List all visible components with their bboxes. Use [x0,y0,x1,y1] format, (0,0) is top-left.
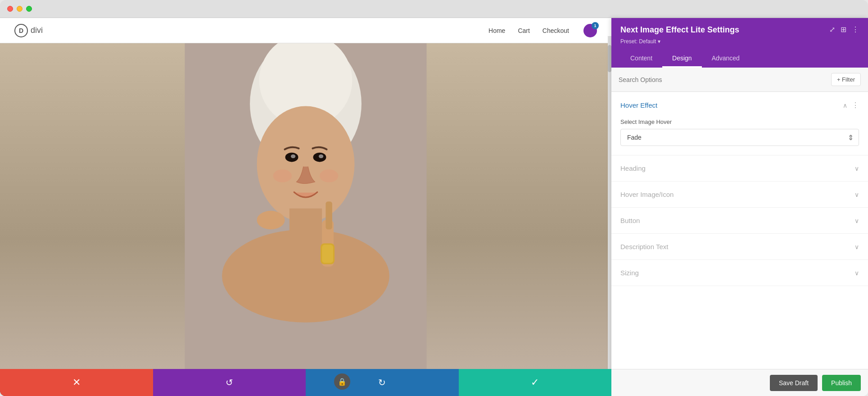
section-hover-image-icon-icons: ∨ [854,191,859,198]
section-heading-title: Heading [620,164,646,172]
main-area: D divi Home Cart Checkout 1 [0,18,868,396]
tab-advanced[interactable]: Advanced [702,50,750,68]
section-button-title: Button [620,217,640,224]
hero-image-area [0,43,611,369]
brand-circle: D [14,24,28,37]
section-heading-icons: ∨ [854,165,859,172]
section-hover-effect-title: Hover Effect [620,101,657,109]
chevron-down-icon-heading: ∨ [854,165,859,172]
nav-links: Home Cart Checkout [488,27,569,34]
filter-btn[interactable]: + Filter [831,73,861,86]
svg-point-13 [257,211,285,229]
section-hover-image-icon: Hover Image/Icon ∨ [611,182,868,208]
action-bar: ✕ ↺ ↻ ✓ [0,369,611,396]
chevron-down-icon-description: ∨ [854,243,859,250]
panel-header-top: Next Image Effect Lite Settings ⤢ ⊞ ⋮ [620,25,859,35]
scrollbar-thumb[interactable] [608,45,611,72]
chevron-down-icon-sizing: ∨ [854,269,859,277]
traffic-light-yellow[interactable] [17,6,23,12]
chevron-up-icon: ∧ [843,102,847,109]
section-hover-effect: Hover Effect ∧ ⋮ Select Image Hover Fade… [611,92,868,155]
svg-point-16 [273,169,292,182]
window-chrome: D divi Home Cart Checkout 1 [0,0,868,396]
svg-point-10 [319,155,323,158]
preset-arrow[interactable]: ▾ [658,38,660,45]
action-cancel-btn[interactable]: ✕ [0,369,153,396]
nav-badge: 1 [592,22,599,29]
svg-point-9 [291,155,295,158]
nav-user-avatar[interactable]: 1 [583,24,597,37]
section-button-header[interactable]: Button ∨ [611,208,868,233]
tab-content[interactable]: Content [620,50,662,68]
svg-rect-15 [322,245,333,263]
svg-rect-12 [326,201,332,229]
section-hover-effect-icons: ∧ ⋮ [843,101,859,109]
settings-panel: Next Image Effect Lite Settings ⤢ ⊞ ⋮ Pr… [611,18,868,396]
section-button-icons: ∨ [854,217,859,224]
panel-preset: Preset: Default ▾ [620,38,859,45]
select-image-hover-wrapper: Fade Zoom Slide Rotate Blur ⇕ [620,129,859,146]
section-hover-image-icon-title: Hover Image/Icon [620,191,674,198]
section-hover-image-icon-header[interactable]: Hover Image/Icon ∨ [611,182,868,207]
section-dots-icon[interactable]: ⋮ [852,101,859,109]
chevron-down-icon-button: ∨ [854,217,859,224]
right-scrollbar [608,36,611,396]
select-image-hover-label: Select Image Hover [620,118,859,125]
preset-label[interactable]: Preset: Default [620,38,656,45]
section-sizing-icons: ∨ [854,269,859,277]
panel-title: Next Image Effect Lite Settings [620,25,739,35]
section-description-text-header[interactable]: Description Text ∨ [611,234,868,259]
panel-resize-btn[interactable]: ⤢ [829,25,835,34]
section-sizing: Sizing ∨ [611,260,868,286]
section-description-text-icons: ∨ [854,243,859,250]
section-description-text-title: Description Text [620,243,668,250]
float-close-btn[interactable]: 🔒 [334,373,350,390]
panel-more-btn[interactable]: ⋮ [852,25,859,34]
action-redo-btn[interactable]: ↻ [306,369,459,396]
svg-point-17 [320,169,338,182]
section-heading-header[interactable]: Heading ∨ [611,155,868,181]
brand-name: divi [31,26,43,35]
svg-point-6 [222,229,389,323]
traffic-light-green[interactable] [26,6,32,12]
svg-rect-3 [278,57,334,95]
browser-area: D divi Home Cart Checkout 1 [0,18,611,396]
section-heading: Heading ∨ [611,155,868,182]
tab-design[interactable]: Design [662,50,702,68]
section-sizing-title: Sizing [620,269,639,277]
section-sizing-header[interactable]: Sizing ∨ [611,260,868,286]
select-image-hover-input[interactable]: Fade Zoom Slide Rotate Blur [620,129,859,146]
nav-bar: D divi Home Cart Checkout 1 [0,18,611,43]
brand-letter: D [19,27,23,34]
person-image [0,43,611,369]
brand-logo: D divi [14,24,43,37]
traffic-light-red[interactable] [7,6,13,12]
panel-header-icons: ⤢ ⊞ ⋮ [829,25,859,34]
nav-link-home[interactable]: Home [488,27,505,34]
action-undo-btn[interactable]: ↺ [153,369,306,396]
publish-btn[interactable]: Publish [822,375,861,391]
action-confirm-btn[interactable]: ✓ [459,369,612,396]
panel-split-btn[interactable]: ⊞ [841,25,846,34]
panel-tabs: Content Design Advanced [620,50,859,68]
search-options-input[interactable] [619,76,827,83]
section-hover-effect-header[interactable]: Hover Effect ∧ ⋮ [611,92,868,118]
chevron-down-icon-hover: ∨ [854,191,859,198]
save-draft-btn[interactable]: Save Draft [770,375,818,391]
nav-link-checkout[interactable]: Checkout [542,27,569,34]
section-hover-effect-content: Select Image Hover Fade Zoom Slide Rotat… [611,118,868,155]
section-button: Button ∨ [611,208,868,234]
nav-link-cart[interactable]: Cart [518,27,529,34]
section-description-text: Description Text ∨ [611,234,868,260]
panel-footer: Save Draft Publish [611,369,868,396]
title-bar [0,0,868,18]
panel-body: Hover Effect ∧ ⋮ Select Image Hover Fade… [611,92,868,369]
svg-point-4 [257,106,355,222]
panel-header: Next Image Effect Lite Settings ⤢ ⊞ ⋮ Pr… [611,18,868,68]
search-bar: + Filter [611,68,868,92]
